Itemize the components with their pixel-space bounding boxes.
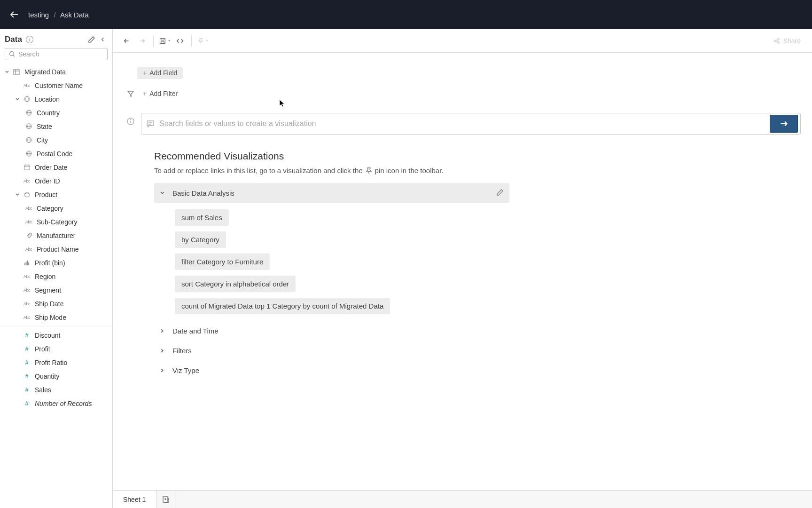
search-viz-input[interactable] <box>159 119 765 128</box>
rec-group-header[interactable]: Date and Time <box>154 321 509 341</box>
back-arrow-icon[interactable] <box>8 9 20 20</box>
collapse-sidebar-icon[interactable] <box>100 36 108 43</box>
svg-rect-1 <box>14 70 19 74</box>
field-item[interactable]: AbcShip Mode <box>0 310 112 324</box>
info-icon[interactable]: i <box>26 36 33 43</box>
chevron-icon <box>160 347 165 355</box>
toolbar-separator <box>191 35 192 47</box>
measure-item[interactable]: #Profit Ratio <box>0 356 112 369</box>
field-item[interactable]: Order Date <box>0 160 112 174</box>
field-label: Product <box>35 191 57 198</box>
field-item[interactable]: AbcOrder ID <box>0 174 112 188</box>
breadcrumb-current: Ask Data <box>60 11 89 19</box>
breadcrumb-root[interactable]: testing <box>28 11 49 19</box>
svg-rect-27 <box>28 262 29 266</box>
rec-group-label: Date and Time <box>172 327 219 335</box>
chevron-down-icon <box>14 96 21 103</box>
edit-icon[interactable] <box>496 189 504 198</box>
svg-point-0 <box>10 52 14 56</box>
field-label: Region <box>35 273 55 280</box>
field-label: Manufacturer <box>37 232 75 239</box>
svg-point-39 <box>131 119 131 120</box>
sidebar-search-input[interactable] <box>18 50 103 58</box>
save-dropdown-button[interactable] <box>157 33 172 48</box>
measure-item[interactable]: #Number of Records <box>0 397 112 410</box>
chevron-icon <box>160 366 165 374</box>
field-item[interactable]: Product <box>0 188 112 201</box>
submit-button[interactable] <box>770 115 798 133</box>
main-content: Share + Add Field + Add Filter <box>113 29 812 508</box>
measure-item[interactable]: #Profit <box>0 342 112 356</box>
field-label: Postal Code <box>37 150 72 158</box>
geo-field-icon <box>24 123 33 130</box>
measure-item[interactable]: #Quantity <box>0 369 112 383</box>
edit-icon[interactable] <box>88 36 95 43</box>
svg-rect-30 <box>161 41 164 43</box>
field-item[interactable]: AbcSegment <box>0 283 112 297</box>
add-filter-button[interactable]: + Add Filter <box>137 87 183 100</box>
field-item[interactable]: AbcCategory <box>0 201 112 215</box>
rec-group-label: Filters <box>172 347 192 355</box>
rec-group-label: Viz Type <box>172 366 199 374</box>
code-button[interactable] <box>172 33 187 48</box>
datasource-icon <box>12 69 21 75</box>
rec-suggestion-chip[interactable]: count of Migrated Data top 1 Category by… <box>175 298 390 314</box>
field-item[interactable]: AbcRegion <box>0 270 112 283</box>
number-field-icon: # <box>23 346 31 352</box>
field-label: Order ID <box>35 177 60 185</box>
field-item[interactable]: Country <box>0 106 112 119</box>
pin-dropdown-button <box>195 33 211 48</box>
product-field-icon <box>23 191 31 198</box>
field-item[interactable]: Profit (bin) <box>0 256 112 270</box>
add-sheet-button[interactable] <box>156 491 175 508</box>
field-item[interactable]: Location <box>0 92 112 106</box>
number-field-icon: # <box>23 359 31 366</box>
field-item[interactable]: Manufacturer <box>0 229 112 242</box>
field-label: Number of Records <box>35 400 92 407</box>
share-label: Share <box>783 37 801 45</box>
rec-suggestion-chip[interactable]: sort Category in alphabetical order <box>175 276 296 292</box>
undo-button[interactable] <box>119 33 134 48</box>
measure-item[interactable]: #Sales <box>0 383 112 397</box>
rec-suggestion-chip[interactable]: filter Category to Furniture <box>175 254 270 270</box>
field-item[interactable]: AbcCustomer Name <box>0 79 112 92</box>
svg-rect-40 <box>147 121 154 126</box>
plus-icon: + <box>143 69 147 77</box>
pin-icon <box>365 167 373 175</box>
chevron-icon <box>160 189 165 197</box>
datasource-root[interactable]: Migrated Data <box>0 65 112 79</box>
measure-item[interactable]: #Discount <box>0 328 112 342</box>
field-item[interactable]: Postal Code <box>0 147 112 160</box>
svg-point-33 <box>777 38 779 40</box>
add-field-button[interactable]: + Add Field <box>137 67 183 79</box>
plus-icon: + <box>143 90 147 97</box>
sidebar-search[interactable] <box>5 48 108 60</box>
field-label: Customer Name <box>35 82 83 89</box>
field-item[interactable]: AbcShip Date <box>0 297 112 310</box>
field-item[interactable]: City <box>0 133 112 147</box>
tab-sheet-1[interactable]: Sheet 1 <box>113 491 156 508</box>
rec-suggestion-chip[interactable]: by Category <box>175 231 226 248</box>
rec-suggestion-chip[interactable]: sum of Sales <box>175 209 229 226</box>
svg-rect-26 <box>27 261 28 265</box>
geo-field-icon <box>24 110 33 116</box>
svg-rect-29 <box>161 38 164 40</box>
field-item[interactable]: AbcProduct Name <box>0 242 112 256</box>
field-label: Product Name <box>37 246 78 253</box>
field-item[interactable]: State <box>0 119 112 133</box>
geo-field-icon <box>24 151 33 157</box>
redo-button <box>134 33 149 48</box>
text-field-icon: Abc <box>24 246 33 253</box>
field-item[interactable]: AbcSub-Category <box>0 215 112 229</box>
rec-group-header[interactable]: Viz Type <box>154 360 509 380</box>
search-icon <box>9 51 16 57</box>
rec-group-header[interactable]: Filters <box>154 341 509 360</box>
rec-group-header[interactable]: Basic Data Analysis <box>154 183 509 203</box>
info-icon[interactable] <box>124 118 137 125</box>
number-field-icon: # <box>23 332 31 339</box>
field-label: Location <box>35 95 60 103</box>
svg-rect-25 <box>25 262 26 265</box>
attachment-field-icon <box>24 232 33 239</box>
number-field-icon: # <box>23 373 31 380</box>
rec-group-label: Basic Data Analysis <box>172 189 234 197</box>
